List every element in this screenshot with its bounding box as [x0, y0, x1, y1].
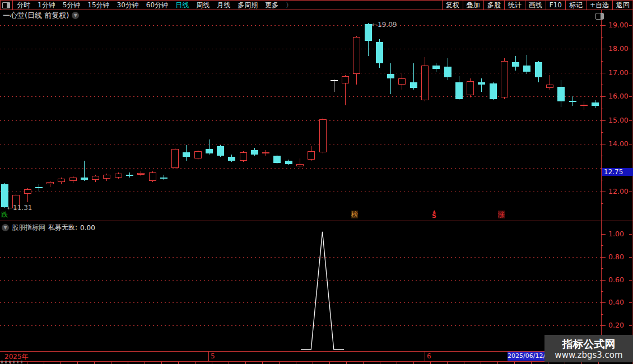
price-gridline [0, 49, 601, 49]
bottom-minor-tick [514, 362, 515, 364]
candle [24, 189, 31, 194]
candle-wick [481, 78, 482, 91]
candle [501, 61, 508, 98]
candle [410, 82, 417, 88]
price-axis-tick [601, 109, 603, 109]
trading-app-window: 分时1分钟5分钟15分钟30分钟60分钟日线周线月线多周期更多〉 复权叠加多股统… [0, 0, 633, 364]
candle [194, 151, 202, 158]
price-axis-tick [601, 73, 606, 73]
bottom-minor-tick [195, 362, 196, 364]
bottom-minor-tick [481, 362, 481, 364]
price-gridline [0, 120, 601, 121]
candle [455, 82, 463, 99]
indicator-axis-tick [601, 314, 603, 315]
candle [490, 83, 497, 99]
bottom-minor-tick [296, 362, 296, 364]
bottom-minor-tick [346, 362, 347, 364]
event-marker-涨: 涨 [498, 211, 505, 218]
bottom-minor-tick [111, 362, 111, 364]
candle [126, 175, 133, 176]
indicator-axis-tick [601, 234, 606, 235]
candle [331, 80, 338, 81]
candle [353, 37, 360, 74]
bottom-minor-tick [44, 362, 44, 364]
price-axis-tick-right [629, 120, 632, 121]
bottom-minor-tick [430, 362, 431, 364]
price-axis-label: 18.00 [608, 44, 629, 53]
date-divider [425, 352, 425, 361]
price-axis-label: 16.00 [608, 92, 629, 100]
candle [115, 174, 122, 177]
candle [69, 178, 77, 181]
indicator-axis-label: 1.00 [608, 230, 624, 238]
date-divider [208, 352, 209, 361]
indicator-axis-label: 0.40 [608, 298, 624, 306]
price-axis-label: 17.00 [608, 68, 629, 77]
bottom-minor-tick [397, 362, 397, 364]
chart-area: 19.0018.0017.0016.0015.0014.0012.00跌榜▲S涨… [0, 0, 633, 364]
bottom-minor-tick [212, 362, 212, 364]
price-gridline [0, 73, 601, 73]
candle [546, 85, 553, 88]
indicator-axis-tick [601, 291, 603, 292]
bottom-minor-tick [262, 362, 263, 364]
candle [46, 182, 54, 184]
price-axis-tick-right [629, 144, 632, 144]
price-axis-tick [601, 132, 603, 133]
bottom-minor-tick [128, 362, 128, 364]
candle [160, 178, 167, 179]
event-marker-跌: 跌 [1, 211, 8, 218]
indicator-axis-tick-right [629, 302, 632, 303]
candle [206, 149, 213, 153]
candle [398, 78, 406, 85]
signal-spike [0, 221, 601, 364]
indicator-axis-label: 0.20 [608, 321, 624, 329]
bottom-minor-tick [60, 362, 61, 364]
indicator-axis-tick [601, 257, 606, 258]
bottom-minor-tick [145, 362, 145, 364]
price-axis-tick-right [629, 192, 632, 192]
indicator-source: 股朋指标网 [12, 223, 45, 232]
clipped-panel-label [1, 361, 24, 363]
price-gridline [0, 192, 601, 192]
candle [342, 76, 349, 83]
low-price-annotation: ←11.31 [7, 204, 32, 212]
sell-signal-marker: ▲S [432, 209, 436, 219]
bottom-minor-tick [178, 362, 179, 364]
candle [467, 81, 474, 95]
candle-wick [300, 158, 300, 169]
price-axis-tick [601, 144, 606, 144]
price-axis-tick [601, 156, 603, 156]
candle [262, 152, 269, 153]
candle [92, 176, 99, 179]
candle [149, 172, 156, 181]
candle [296, 164, 304, 166]
high-price-annotation: ←19.09 [372, 21, 397, 29]
candle [557, 87, 565, 101]
price-axis-label: 15.00 [608, 116, 629, 124]
price-axis-label: 12.00 [608, 187, 629, 195]
candle [137, 173, 145, 175]
price-axis-label: 19.00 [608, 21, 629, 29]
candle [273, 156, 281, 163]
candle [308, 151, 315, 160]
indicator-axis-tick-right [629, 280, 632, 281]
bottom-minor-tick [363, 362, 364, 364]
candle-wick [334, 80, 334, 92]
watermark-title: 指标公式网 [562, 338, 616, 350]
candle-wick [39, 184, 39, 192]
candle [569, 101, 576, 102]
candle [478, 82, 485, 85]
watermark-url: www.zbgs3.com [555, 350, 622, 360]
candle [217, 146, 224, 156]
indicator-chevron-down-icon[interactable]: ▼ [2, 224, 9, 231]
candle [240, 152, 247, 161]
bottom-minor-tick [279, 362, 280, 364]
indicator-axis-tick [601, 280, 606, 281]
price-axis-tick [601, 96, 606, 97]
candle [183, 152, 190, 157]
price-tag: 12.75 [602, 168, 633, 176]
candle [251, 150, 258, 155]
candle [376, 42, 383, 63]
candle [365, 24, 372, 41]
